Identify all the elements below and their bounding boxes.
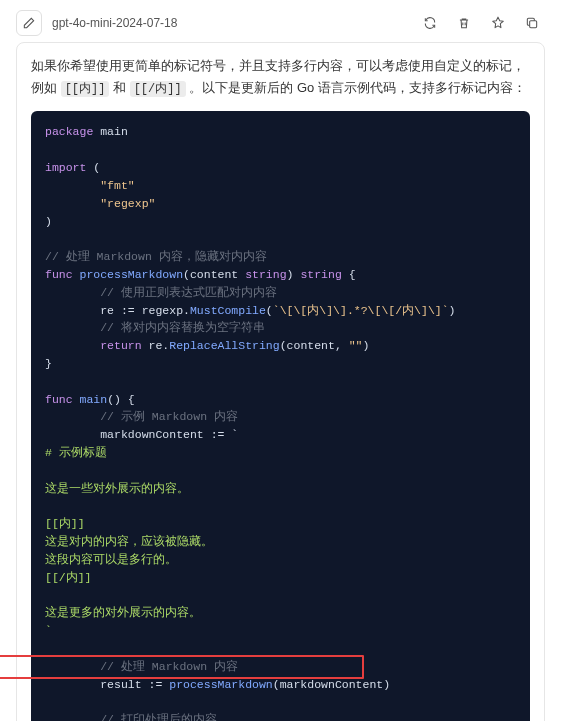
copy-button[interactable] <box>519 10 545 36</box>
inline-code-open: [[内]] <box>61 81 110 97</box>
delete-button[interactable] <box>451 10 477 36</box>
intro-paragraph: 如果你希望使用更简单的标记符号，并且支持多行内容，可以考虑使用自定义的标记，例如… <box>31 55 530 99</box>
refresh-icon <box>423 16 437 30</box>
code-block: package main import ( "fmt" "regexp" ) /… <box>31 111 530 721</box>
pin-icon <box>491 16 505 30</box>
pin-button[interactable] <box>485 10 511 36</box>
copy-icon <box>525 16 539 30</box>
intro-text: 和 <box>109 80 129 95</box>
svg-rect-0 <box>530 21 537 28</box>
model-name: gpt-4o-mini-2024-07-18 <box>52 16 177 30</box>
pencil-icon <box>22 16 36 30</box>
header-toolbar: gpt-4o-mini-2024-07-18 <box>0 0 561 42</box>
edit-button[interactable] <box>16 10 42 36</box>
regenerate-button[interactable] <box>417 10 443 36</box>
message-box: 如果你希望使用更简单的标记符号，并且支持多行内容，可以考虑使用自定义的标记，例如… <box>16 42 545 721</box>
inline-code-close: [[/内]] <box>130 81 186 97</box>
message-content: 如果你希望使用更简单的标记符号，并且支持多行内容，可以考虑使用自定义的标记，例如… <box>0 42 561 721</box>
trash-icon <box>457 16 471 30</box>
intro-text: 。以下是更新后的 Go 语言示例代码，支持多行标记内容： <box>186 80 526 95</box>
